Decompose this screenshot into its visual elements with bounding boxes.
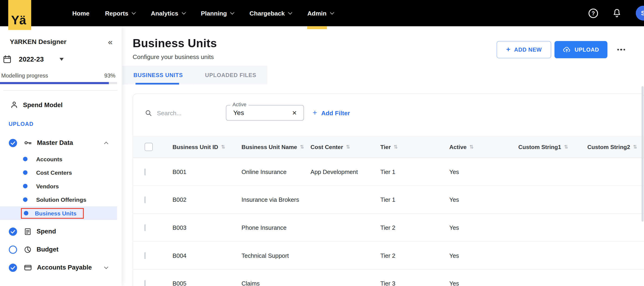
selection-highlight-box: Business Units bbox=[21, 208, 84, 218]
nav-reports[interactable]: Reports bbox=[105, 0, 136, 26]
tab-bar: BUSINESS UNITS UPLOADED FILES bbox=[122, 66, 267, 85]
column-label: Custom String1 bbox=[518, 144, 561, 150]
cell-business-unit-name: Phone Insurance bbox=[242, 224, 310, 231]
item-label: Solution Offerings bbox=[36, 196, 86, 203]
row-checkbox[interactable] bbox=[145, 196, 146, 203]
table-row[interactable]: B003 Phone Insurance Tier 2 Yes bbox=[133, 214, 644, 242]
sidebar-item-master-data[interactable]: Master Data bbox=[0, 138, 122, 148]
unchecked-circle-icon[interactable] bbox=[8, 245, 17, 254]
nav-analytics[interactable]: Analytics bbox=[151, 0, 186, 26]
row-checkbox-cell bbox=[133, 224, 172, 231]
table-row[interactable]: B005 Claims Tier 3 Yes bbox=[133, 270, 644, 286]
nav-chargeback[interactable]: Chargeback bbox=[250, 0, 292, 26]
sidebar-item-business-units[interactable]: Business Units bbox=[0, 206, 117, 220]
sidebar-item-vendors[interactable]: Vendors bbox=[0, 179, 117, 193]
column-header-active[interactable]: Active ⇅ bbox=[449, 144, 518, 150]
sidebar-item-budget[interactable]: Budget bbox=[0, 240, 122, 258]
collapse-sidebar-icon[interactable]: « bbox=[108, 38, 112, 46]
bullet-dot-icon bbox=[23, 170, 28, 175]
add-filter-button[interactable]: + Add Filter bbox=[312, 108, 350, 117]
search-box bbox=[145, 109, 214, 117]
sidebar-upload-link[interactable]: UPLOAD bbox=[8, 121, 122, 127]
table-row[interactable]: B004 Technical Support Tier 2 Yes bbox=[133, 242, 644, 270]
filter-value: Yes bbox=[233, 109, 291, 116]
column-header-business-unit-id[interactable]: Business Unit ID ⇅ bbox=[172, 144, 242, 150]
bullet-dot-icon bbox=[23, 157, 28, 161]
search-input[interactable] bbox=[157, 110, 208, 116]
more-options-icon[interactable] bbox=[616, 45, 626, 54]
brand-logo[interactable]: Yä bbox=[8, 0, 31, 30]
chevron-down-icon bbox=[330, 10, 334, 14]
help-icon[interactable]: ? bbox=[588, 8, 598, 18]
cell-business-unit-id: B002 bbox=[172, 196, 242, 203]
nav-admin[interactable]: Admin bbox=[308, 0, 334, 26]
cell-business-unit-name: Technical Support bbox=[242, 252, 310, 259]
chevron-up-icon[interactable] bbox=[104, 142, 108, 146]
cell-business-unit-name: Online Insurance bbox=[242, 168, 310, 175]
scrollbar[interactable] bbox=[642, 86, 644, 222]
row-checkbox[interactable] bbox=[145, 280, 146, 286]
page-subtitle: Configure your business units bbox=[133, 54, 217, 60]
filter-toolbar: Active Yes ✕ + Add Filter bbox=[133, 94, 644, 136]
column-header-business-unit-name[interactable]: Business Unit Name ⇅ bbox=[242, 144, 310, 150]
tab-business-units[interactable]: BUSINESS UNITS bbox=[122, 66, 194, 85]
progress-label: Modelling progress bbox=[1, 73, 48, 79]
sidebar-item-accounts[interactable]: Accounts bbox=[0, 152, 117, 166]
bullet-dot-icon bbox=[23, 198, 28, 202]
column-label: Business Unit Name bbox=[242, 144, 297, 150]
select-all-checkbox[interactable] bbox=[145, 142, 153, 151]
table-row[interactable]: B002 Insurance via Brokers Tier 1 Yes bbox=[133, 186, 644, 214]
tab-uploaded-files[interactable]: UPLOADED FILES bbox=[194, 66, 267, 85]
add-new-button[interactable]: + ADD NEW bbox=[497, 41, 551, 58]
row-checkbox[interactable] bbox=[145, 224, 146, 231]
add-filter-label: Add Filter bbox=[321, 110, 350, 116]
bullet-dot-icon bbox=[24, 211, 28, 216]
clear-filter-icon[interactable]: ✕ bbox=[291, 109, 298, 117]
active-filter-chip[interactable]: Active Yes ✕ bbox=[226, 105, 304, 120]
sidebar-item-spend-model[interactable]: Spend Model bbox=[10, 100, 122, 109]
column-label: Cost Center bbox=[310, 144, 343, 150]
logo-text: Yä bbox=[11, 13, 26, 27]
data-panel: Active Yes ✕ + Add Filter Business Unit … bbox=[133, 94, 644, 286]
sort-icon: ⇅ bbox=[221, 144, 225, 150]
filter-field-label: Active bbox=[230, 102, 248, 108]
row-checkbox[interactable] bbox=[145, 168, 146, 175]
sidebar-item-cost-centers[interactable]: Cost Centers bbox=[0, 166, 117, 179]
cell-tier: Tier 1 bbox=[380, 196, 449, 203]
sidebar-item-accounts-payable[interactable]: Accounts Payable bbox=[0, 258, 122, 276]
accounts-payable-label: Accounts Payable bbox=[37, 264, 92, 271]
sort-icon: ⇅ bbox=[300, 144, 304, 150]
spend-model-label: Spend Model bbox=[23, 101, 62, 108]
column-header-custom-string1[interactable]: Custom String1 ⇅ bbox=[518, 144, 587, 150]
cell-business-unit-id: B003 bbox=[172, 224, 242, 231]
row-checkbox[interactable] bbox=[145, 252, 146, 259]
nav-planning[interactable]: Planning bbox=[201, 0, 234, 26]
cell-active: Yes bbox=[449, 280, 518, 286]
sidebar-item-solution-offerings[interactable]: Solution Offerings bbox=[0, 193, 117, 206]
cell-active: Yes bbox=[449, 196, 518, 203]
notifications-bell-icon[interactable] bbox=[612, 8, 622, 18]
upload-button[interactable]: UPLOAD bbox=[554, 41, 607, 58]
sort-icon: ⇅ bbox=[394, 144, 398, 150]
column-header-tier[interactable]: Tier ⇅ bbox=[380, 144, 449, 150]
checked-circle-icon[interactable] bbox=[8, 263, 17, 272]
progress-value: 93% bbox=[104, 73, 116, 79]
cell-business-unit-name: Claims bbox=[242, 280, 310, 286]
chevron-down-icon bbox=[288, 10, 292, 14]
sidebar-item-spend[interactable]: Spend bbox=[0, 222, 122, 240]
checked-circle-icon[interactable] bbox=[8, 227, 17, 236]
sidebar: YäRKEN Designer « 2022-23 Modelling prog… bbox=[0, 26, 122, 286]
page-title: Business Units bbox=[133, 37, 217, 50]
table-row[interactable]: B001 Online Insurance App Development Ti… bbox=[133, 158, 644, 186]
select-all-cell bbox=[133, 142, 172, 151]
divider bbox=[3, 90, 117, 91]
nav-home[interactable]: Home bbox=[72, 0, 89, 26]
column-header-cost-center[interactable]: Cost Center ⇅ bbox=[310, 144, 380, 150]
user-avatar[interactable]: S bbox=[636, 6, 644, 20]
fiscal-year-selector[interactable]: 2022-23 bbox=[2, 54, 122, 64]
chevron-down-icon[interactable] bbox=[104, 265, 108, 269]
column-header-custom-string2[interactable]: Custom String2 ⇅ bbox=[587, 144, 644, 150]
page-title-block: Business Units Configure your business u… bbox=[133, 37, 217, 60]
sidebar-title: YäRKEN Designer bbox=[10, 38, 67, 46]
checked-circle-icon[interactable] bbox=[8, 138, 17, 147]
